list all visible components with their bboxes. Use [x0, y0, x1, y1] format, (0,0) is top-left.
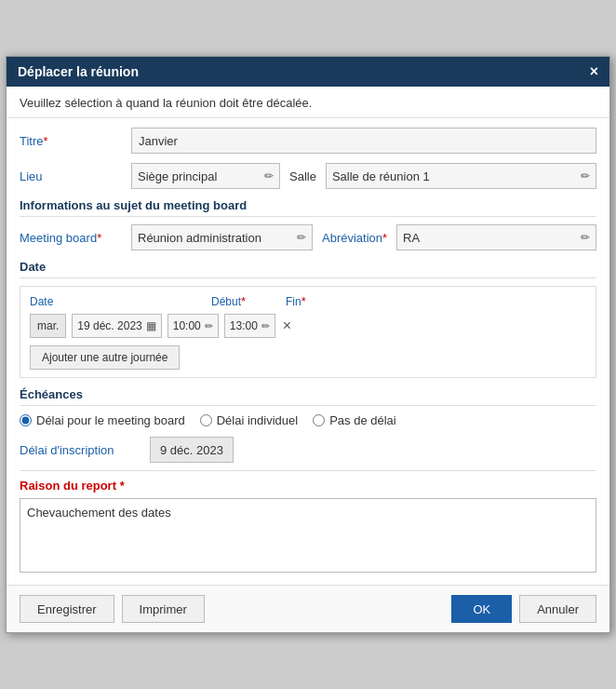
meeting-board-row: Meeting board* Réunion administration ✏ …: [20, 224, 596, 250]
titre-label: Titre*: [20, 134, 122, 148]
titre-row: Titre*: [20, 128, 596, 154]
start-time-field[interactable]: 10:00 ✏: [167, 314, 219, 338]
radio-none-input[interactable]: [313, 414, 325, 426]
footer-left: Enregistrer Imprimer: [20, 595, 205, 623]
meeting-board-section-header: Informations au sujet du meeting board: [20, 198, 596, 217]
ok-button[interactable]: OK: [451, 595, 512, 623]
deadline-label: Délai d'inscription: [20, 443, 141, 457]
date-col-label-end: Fin*: [286, 294, 351, 308]
radio-individual-input[interactable]: [200, 414, 212, 426]
abrv-edit-icon[interactable]: ✏: [581, 231, 590, 244]
calendar-icon[interactable]: ▦: [146, 319, 156, 332]
close-icon[interactable]: ×: [590, 64, 598, 79]
dialog-body: Titre* Lieu Siège principal ✏ Salle Sall…: [7, 118, 609, 585]
meeting-board-label: Meeting board*: [20, 231, 122, 245]
echeances-section-header: Échéances: [20, 387, 596, 406]
date-section: Date Début* Fin* mar. 19 déc. 2023 ▦ 10:: [20, 286, 596, 378]
deadline-value: 9 déc. 2023: [150, 437, 234, 463]
add-day-button[interactable]: Ajouter une autre journée: [30, 345, 180, 370]
date-field[interactable]: 19 déc. 2023 ▦: [72, 314, 161, 338]
print-button[interactable]: Imprimer: [122, 595, 205, 623]
abrv-label: Abréviation*: [322, 231, 387, 245]
date-col-label-empty: [81, 294, 211, 308]
divider: [20, 470, 596, 471]
date-col-label-date: Date: [30, 294, 81, 308]
radio-meeting-label[interactable]: Délai pour le meeting board: [20, 413, 185, 427]
lieu-edit-icon[interactable]: ✏: [264, 169, 274, 182]
start-time-edit-icon[interactable]: ✏: [205, 320, 213, 332]
save-button[interactable]: Enregistrer: [20, 595, 114, 623]
dialog-footer: Enregistrer Imprimer OK Annuler: [7, 585, 609, 632]
meeting-board-edit-icon[interactable]: ✏: [297, 231, 306, 244]
day-tag: mar.: [30, 314, 66, 338]
titre-input[interactable]: [131, 128, 596, 154]
deadline-row: Délai d'inscription 9 déc. 2023: [20, 437, 596, 463]
radio-individual-label[interactable]: Délai individuel: [200, 413, 298, 427]
radio-none-label[interactable]: Pas de délai: [313, 413, 396, 427]
dialog-title: Déplacer la réunion: [18, 64, 139, 79]
meeting-board-field[interactable]: Réunion administration ✏: [131, 224, 313, 250]
cancel-button[interactable]: Annuler: [519, 595, 596, 623]
lieu-label: Lieu: [20, 169, 122, 183]
date-header-row: Date Début* Fin*: [30, 294, 586, 308]
lieu-field[interactable]: Siège principal ✏: [131, 163, 280, 189]
dialog-subtitle: Veuillez sélection à quand la réunion do…: [7, 87, 609, 118]
end-time-edit-icon[interactable]: ✏: [261, 320, 270, 332]
date-col-label-start: Début*: [211, 294, 286, 308]
date-data-row: mar. 19 déc. 2023 ▦ 10:00 ✏ 13:00 ✏ ×: [30, 314, 586, 338]
remove-date-button[interactable]: ×: [281, 318, 293, 333]
salle-label: Salle: [289, 169, 316, 183]
salle-field[interactable]: Salle de réunion 1 ✏: [326, 163, 596, 189]
radio-group: Délai pour le meeting board Délai indivi…: [20, 413, 596, 427]
dialog-container: Déplacer la réunion × Veuillez sélection…: [6, 56, 610, 633]
footer-right: OK Annuler: [451, 595, 596, 623]
raison-textarea[interactable]: Chevauchement des dates: [20, 498, 596, 573]
lieu-row: Lieu Siège principal ✏ Salle Salle de ré…: [20, 163, 596, 189]
end-time-field[interactable]: 13:00 ✏: [224, 314, 275, 338]
salle-edit-icon[interactable]: ✏: [581, 169, 590, 182]
raison-label: Raison du report *: [20, 479, 596, 493]
radio-meeting-input[interactable]: [20, 414, 32, 426]
dialog-header: Déplacer la réunion ×: [7, 57, 609, 87]
date-section-header: Date: [20, 260, 596, 278]
abrv-field[interactable]: RA ✏: [396, 224, 596, 250]
